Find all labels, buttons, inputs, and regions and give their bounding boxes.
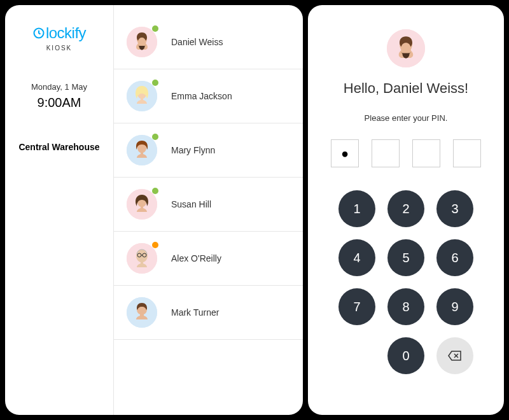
keypad-9[interactable]: 9 [436,288,473,325]
avatar-wrap [127,189,157,220]
keypad-5[interactable]: 5 [387,239,424,276]
user-row[interactable]: Mary Flynn [114,123,303,178]
avatar-wrap [127,27,157,57]
avatar-wrap [127,297,157,328]
user-name-label: Daniel Weiss [171,37,223,47]
current-time: 9:00AM [38,95,81,110]
pin-digit-2 [372,139,400,167]
keypad-3[interactable]: 3 [436,190,473,227]
current-date: Monday, 1 May [31,82,87,92]
keypad-4[interactable]: 4 [338,239,375,276]
user-name-label: Emma Jackson [171,91,232,101]
avatar-wrap [127,243,157,274]
avatar [127,243,157,274]
pin-digit-3 [412,139,440,167]
avatar [127,297,157,328]
backspace-icon [447,350,463,361]
keypad-2[interactable]: 2 [387,190,424,227]
pin-digit-4 [453,139,481,167]
keypad-6[interactable]: 6 [436,239,473,276]
user-name-label: Mary Flynn [171,145,215,155]
selected-user-avatar [387,29,425,67]
avatar-wrap [127,81,157,111]
user-list: Daniel Weiss Emma Jackson Mary Flynn [113,5,303,415]
status-dot-green [152,80,158,86]
keypad-1[interactable]: 1 [338,190,375,227]
status-dot-orange [152,242,158,248]
kiosk-user-list-device: lockify KIOSK Monday, 1 May 9:00AM Centr… [5,5,303,415]
location-name: Central Warehouse [18,142,99,152]
user-row[interactable]: Alex O'Reilly [114,232,303,286]
sidebar: lockify KIOSK Monday, 1 May 9:00AM Centr… [5,5,113,415]
user-name-label: Alex O'Reilly [171,253,221,263]
status-dot-green [152,134,158,140]
keypad-backspace[interactable] [436,337,473,374]
logo: lockify KIOSK [32,24,86,52]
avatar [127,27,157,57]
user-name-label: Mark Turner [171,307,219,318]
pin-input-boxes: ● [331,139,481,167]
greeting-text: Hello, Daniel Weiss! [344,80,468,97]
pin-digit-1: ● [331,139,359,167]
avatar [127,189,157,220]
user-name-label: Susan Hill [171,199,211,209]
brand-sub: KIOSK [32,45,86,52]
keypad-0[interactable]: 0 [387,337,424,374]
user-row[interactable]: Susan Hill [114,178,303,232]
keypad-8[interactable]: 8 [387,288,424,325]
status-dot-green [152,188,158,194]
avatar-wrap [127,135,157,165]
status-dot-green [152,25,158,32]
avatar [127,135,157,165]
brand-name: lockify [46,24,86,41]
pin-prompt-text: Please enter your PIN. [365,113,448,123]
pin-entry-device: Hello, Daniel Weiss! Please enter your P… [308,5,504,415]
user-row[interactable]: Daniel Weiss [114,20,303,69]
keypad-empty [338,337,375,374]
user-row[interactable]: Mark Turner [114,286,303,340]
keypad-7[interactable]: 7 [338,288,375,325]
clock-icon [32,25,45,43]
avatar [127,81,157,111]
keypad: 1 2 3 4 5 6 7 8 9 0 [338,190,473,374]
user-row[interactable]: Emma Jackson [114,69,303,123]
